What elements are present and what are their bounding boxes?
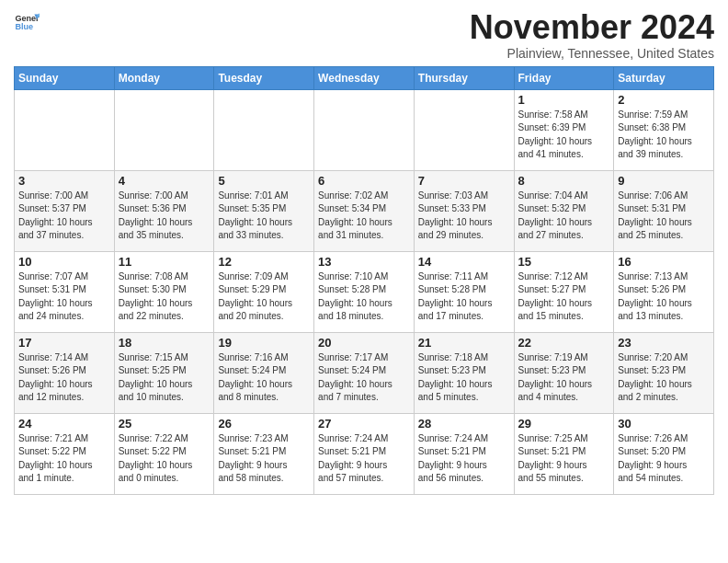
day-number: 30 [618, 417, 710, 431]
col-monday: Monday [114, 66, 214, 89]
day-number: 26 [218, 417, 310, 431]
day-info: Sunrise: 7:09 AM Sunset: 5:29 PM Dayligh… [218, 270, 310, 324]
calendar-cell: 18Sunrise: 7:15 AM Sunset: 5:25 PM Dayli… [114, 332, 214, 413]
day-number: 5 [218, 174, 310, 188]
calendar-cell: 23Sunrise: 7:20 AM Sunset: 5:23 PM Dayli… [614, 332, 714, 413]
day-info: Sunrise: 7:19 AM Sunset: 5:23 PM Dayligh… [518, 351, 610, 405]
day-info: Sunrise: 7:12 AM Sunset: 5:27 PM Dayligh… [518, 270, 610, 324]
day-number: 8 [518, 174, 610, 188]
calendar-cell: 5Sunrise: 7:01 AM Sunset: 5:35 PM Daylig… [214, 170, 314, 251]
calendar-cell: 28Sunrise: 7:24 AM Sunset: 5:21 PM Dayli… [414, 413, 514, 494]
col-tuesday: Tuesday [214, 66, 314, 89]
calendar-cell: 16Sunrise: 7:13 AM Sunset: 5:26 PM Dayli… [614, 251, 714, 332]
day-number: 17 [18, 336, 110, 350]
day-number: 4 [119, 174, 210, 188]
day-number: 13 [318, 255, 410, 269]
col-thursday: Thursday [414, 66, 514, 89]
day-number: 29 [518, 417, 610, 431]
day-number: 22 [518, 336, 610, 350]
calendar-body: 1Sunrise: 7:58 AM Sunset: 6:39 PM Daylig… [15, 89, 714, 494]
day-number: 2 [618, 93, 710, 107]
calendar-cell: 27Sunrise: 7:24 AM Sunset: 5:21 PM Dayli… [314, 413, 415, 494]
day-info: Sunrise: 7:16 AM Sunset: 5:24 PM Dayligh… [218, 351, 310, 405]
calendar-cell: 30Sunrise: 7:26 AM Sunset: 5:20 PM Dayli… [614, 413, 714, 494]
calendar-cell [114, 89, 214, 170]
day-number: 20 [318, 336, 410, 350]
day-info: Sunrise: 7:24 AM Sunset: 5:21 PM Dayligh… [418, 432, 510, 486]
logo: General Blue [14, 9, 43, 35]
calendar-cell: 19Sunrise: 7:16 AM Sunset: 5:24 PM Dayli… [214, 332, 314, 413]
calendar-cell: 13Sunrise: 7:10 AM Sunset: 5:28 PM Dayli… [314, 251, 415, 332]
day-number: 15 [518, 255, 610, 269]
calendar-cell: 1Sunrise: 7:58 AM Sunset: 6:39 PM Daylig… [514, 89, 614, 170]
calendar-cell [214, 89, 314, 170]
svg-text:Blue: Blue [15, 22, 33, 31]
calendar-cell: 4Sunrise: 7:00 AM Sunset: 5:36 PM Daylig… [114, 170, 214, 251]
calendar-week-row: 24Sunrise: 7:21 AM Sunset: 5:22 PM Dayli… [15, 413, 714, 494]
calendar-cell: 26Sunrise: 7:23 AM Sunset: 5:21 PM Dayli… [214, 413, 314, 494]
day-info: Sunrise: 7:21 AM Sunset: 5:22 PM Dayligh… [18, 432, 110, 486]
logo-icon: General Blue [14, 9, 40, 35]
calendar-cell: 15Sunrise: 7:12 AM Sunset: 5:27 PM Dayli… [514, 251, 614, 332]
month-year: November 2024 [470, 9, 714, 46]
day-info: Sunrise: 7:20 AM Sunset: 5:23 PM Dayligh… [618, 351, 710, 405]
calendar-cell: 11Sunrise: 7:08 AM Sunset: 5:30 PM Dayli… [114, 251, 214, 332]
calendar-week-row: 10Sunrise: 7:07 AM Sunset: 5:31 PM Dayli… [15, 251, 714, 332]
calendar-week-row: 3Sunrise: 7:00 AM Sunset: 5:37 PM Daylig… [15, 170, 714, 251]
day-info: Sunrise: 7:24 AM Sunset: 5:21 PM Dayligh… [318, 432, 410, 486]
day-number: 23 [618, 336, 710, 350]
title-block: November 2024 Plainview, Tennessee, Unit… [470, 9, 714, 61]
day-info: Sunrise: 7:23 AM Sunset: 5:21 PM Dayligh… [218, 432, 310, 486]
col-wednesday: Wednesday [314, 66, 415, 89]
calendar-header: Sunday Monday Tuesday Wednesday Thursday… [15, 66, 714, 89]
header-row: Sunday Monday Tuesday Wednesday Thursday… [15, 66, 714, 89]
day-info: Sunrise: 7:02 AM Sunset: 5:34 PM Dayligh… [318, 190, 410, 243]
day-number: 1 [518, 93, 610, 107]
calendar-cell: 7Sunrise: 7:03 AM Sunset: 5:33 PM Daylig… [414, 170, 514, 251]
day-info: Sunrise: 7:59 AM Sunset: 6:38 PM Dayligh… [618, 109, 710, 162]
day-number: 3 [18, 174, 110, 188]
calendar-cell: 8Sunrise: 7:04 AM Sunset: 5:32 PM Daylig… [514, 170, 614, 251]
day-info: Sunrise: 7:58 AM Sunset: 6:39 PM Dayligh… [518, 109, 610, 162]
day-number: 18 [119, 336, 210, 350]
day-number: 16 [618, 255, 710, 269]
day-number: 21 [418, 336, 510, 350]
day-info: Sunrise: 7:17 AM Sunset: 5:24 PM Dayligh… [318, 351, 410, 405]
calendar-cell: 2Sunrise: 7:59 AM Sunset: 6:38 PM Daylig… [614, 89, 714, 170]
day-number: 14 [418, 255, 510, 269]
calendar-cell: 10Sunrise: 7:07 AM Sunset: 5:31 PM Dayli… [15, 251, 115, 332]
day-number: 25 [119, 417, 210, 431]
day-info: Sunrise: 7:01 AM Sunset: 5:35 PM Dayligh… [218, 190, 310, 243]
day-info: Sunrise: 7:00 AM Sunset: 5:37 PM Dayligh… [18, 190, 110, 243]
day-info: Sunrise: 7:08 AM Sunset: 5:30 PM Dayligh… [119, 270, 210, 324]
day-info: Sunrise: 7:25 AM Sunset: 5:21 PM Dayligh… [518, 432, 610, 486]
day-number: 24 [18, 417, 110, 431]
day-info: Sunrise: 7:11 AM Sunset: 5:28 PM Dayligh… [418, 270, 510, 324]
calendar-cell: 12Sunrise: 7:09 AM Sunset: 5:29 PM Dayli… [214, 251, 314, 332]
col-sunday: Sunday [15, 66, 115, 89]
calendar-cell: 24Sunrise: 7:21 AM Sunset: 5:22 PM Dayli… [15, 413, 115, 494]
calendar-cell: 14Sunrise: 7:11 AM Sunset: 5:28 PM Dayli… [414, 251, 514, 332]
calendar-cell [314, 89, 415, 170]
day-number: 10 [18, 255, 110, 269]
day-number: 19 [218, 336, 310, 350]
day-info: Sunrise: 7:15 AM Sunset: 5:25 PM Dayligh… [119, 351, 210, 405]
day-info: Sunrise: 7:22 AM Sunset: 5:22 PM Dayligh… [119, 432, 210, 486]
day-info: Sunrise: 7:03 AM Sunset: 5:33 PM Dayligh… [418, 190, 510, 243]
page-container: General Blue November 2024 Plainview, Te… [0, 0, 728, 500]
calendar-cell: 17Sunrise: 7:14 AM Sunset: 5:26 PM Dayli… [15, 332, 115, 413]
calendar-table: Sunday Monday Tuesday Wednesday Thursday… [14, 66, 714, 495]
calendar-cell [15, 89, 115, 170]
day-info: Sunrise: 7:14 AM Sunset: 5:26 PM Dayligh… [18, 351, 110, 405]
calendar-cell: 9Sunrise: 7:06 AM Sunset: 5:31 PM Daylig… [614, 170, 714, 251]
day-info: Sunrise: 7:06 AM Sunset: 5:31 PM Dayligh… [618, 190, 710, 243]
day-info: Sunrise: 7:07 AM Sunset: 5:31 PM Dayligh… [18, 270, 110, 324]
day-info: Sunrise: 7:10 AM Sunset: 5:28 PM Dayligh… [318, 270, 410, 324]
day-info: Sunrise: 7:04 AM Sunset: 5:32 PM Dayligh… [518, 190, 610, 243]
calendar-cell [414, 89, 514, 170]
calendar-week-row: 17Sunrise: 7:14 AM Sunset: 5:26 PM Dayli… [15, 332, 714, 413]
day-number: 6 [318, 174, 410, 188]
day-number: 12 [218, 255, 310, 269]
header: General Blue November 2024 Plainview, Te… [14, 9, 714, 61]
calendar-week-row: 1Sunrise: 7:58 AM Sunset: 6:39 PM Daylig… [15, 89, 714, 170]
